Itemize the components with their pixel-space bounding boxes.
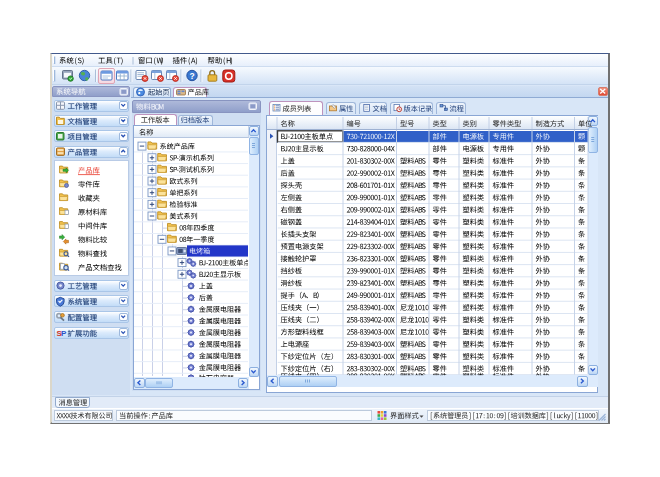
svg-text:?: ? (189, 71, 194, 81)
svg-text:P: P (61, 329, 67, 338)
